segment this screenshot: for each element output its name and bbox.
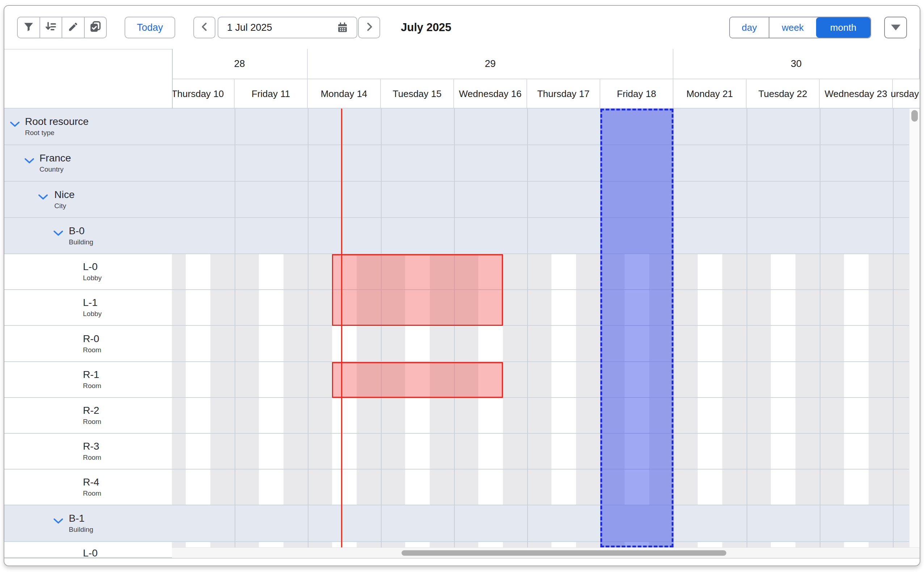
resource-name: B-0 xyxy=(69,225,93,237)
resource-type: Room xyxy=(83,452,101,462)
widget-bottom-border xyxy=(4,558,920,559)
timeline-row[interactable] xyxy=(172,218,920,254)
resource-row-r-1[interactable]: R-1Room xyxy=(4,362,172,398)
day-header-cell[interactable]: Thursday 10 xyxy=(172,79,235,109)
resource-row-r-2[interactable]: R-2Room xyxy=(4,398,172,434)
sort-button[interactable] xyxy=(39,17,62,38)
chevron-left-icon xyxy=(199,21,210,34)
tab-day[interactable]: day xyxy=(730,17,768,38)
timeline-row[interactable] xyxy=(172,254,920,290)
resource-row-l-0[interactable]: L-0Lobby xyxy=(4,254,172,290)
selected-time-range[interactable] xyxy=(600,109,674,547)
chevron-right-icon xyxy=(364,21,375,34)
vertical-scrollbar-thumb[interactable] xyxy=(912,110,918,122)
vertical-scrollbar[interactable] xyxy=(909,109,920,547)
prev-button[interactable] xyxy=(193,17,215,38)
resource-type: Country xyxy=(39,164,71,174)
tab-week[interactable]: week xyxy=(768,17,816,38)
week-header-cell: 28 xyxy=(172,49,308,79)
timeline-row[interactable] xyxy=(172,469,920,505)
resource-name: Root resource xyxy=(25,115,89,128)
resource-row-b-0[interactable]: B-0Building xyxy=(4,218,172,254)
calendar-icon[interactable] xyxy=(337,22,348,33)
chevron-down-icon[interactable] xyxy=(24,158,34,165)
resource-name: R-4 xyxy=(83,476,101,488)
resource-row-root-resource[interactable]: Root resourceRoot type xyxy=(4,109,172,145)
day-header-cell[interactable]: Monday 14 xyxy=(308,79,381,109)
day-header-cell[interactable]: Friday 11 xyxy=(235,79,308,109)
event-red-1[interactable] xyxy=(332,254,502,326)
timeline-row[interactable] xyxy=(172,109,920,145)
week-header-cell: 30 xyxy=(674,49,920,79)
timeline-row[interactable] xyxy=(172,398,920,434)
next-button[interactable] xyxy=(358,17,380,38)
day-header-cell[interactable]: Wednesday 16 xyxy=(454,79,527,109)
scheduler-app: Today 1 Jul 2025 July 2025 dayweekmonth xyxy=(0,0,924,572)
chevron-down-icon[interactable] xyxy=(53,518,63,526)
toolbar-icon-group xyxy=(17,17,107,38)
resource-name: Nice xyxy=(54,189,75,201)
day-column-line xyxy=(747,109,747,547)
date-input[interactable]: 1 Jul 2025 xyxy=(218,17,357,38)
horizontal-scrollbar[interactable] xyxy=(172,547,920,558)
day-column-line xyxy=(820,109,820,547)
chevron-down-icon[interactable] xyxy=(38,194,48,202)
day-column-line xyxy=(381,109,382,547)
chevron-down-icon[interactable] xyxy=(53,230,63,238)
sort-icon xyxy=(45,21,57,34)
filter-icon xyxy=(23,21,34,34)
timeline-row[interactable] xyxy=(172,542,920,547)
resource-type: Lobby xyxy=(83,309,102,319)
day-header-cell[interactable]: Wednesday 23 xyxy=(820,79,893,109)
resource-type: City xyxy=(54,201,75,211)
filter-button[interactable] xyxy=(18,17,39,38)
timeline-row[interactable] xyxy=(172,326,920,362)
day-header-cell[interactable]: ursday xyxy=(893,79,920,109)
timeline-row[interactable] xyxy=(172,362,920,398)
page-title: July 2025 xyxy=(401,17,451,38)
current-time-line xyxy=(341,109,342,547)
edit-button[interactable] xyxy=(62,17,84,38)
tab-month[interactable]: month xyxy=(816,17,870,38)
resource-type: Room xyxy=(83,381,101,391)
scheduler-card: Today 1 Jul 2025 July 2025 dayweekmonth xyxy=(4,5,920,566)
day-column-line xyxy=(308,109,308,547)
timeline-row[interactable] xyxy=(172,182,920,218)
multi-assign-button[interactable] xyxy=(84,17,106,38)
resource-name: L-0 xyxy=(83,547,97,558)
today-button[interactable]: Today xyxy=(124,17,175,38)
day-column-line xyxy=(527,109,528,547)
chevron-down-icon[interactable] xyxy=(10,121,20,129)
resource-type: Root type xyxy=(25,128,89,138)
timeline-row[interactable] xyxy=(172,434,920,469)
day-header-cell[interactable]: Friday 18 xyxy=(600,79,674,109)
resource-row-r-0[interactable]: R-0Room xyxy=(4,326,172,362)
resource-name: R-2 xyxy=(83,404,101,417)
week-header-cell: 29 xyxy=(308,49,674,79)
resource-row-r-3[interactable]: R-3Room xyxy=(4,434,172,469)
resource-type: Room xyxy=(83,417,101,426)
date-value: 1 Jul 2025 xyxy=(227,22,272,33)
resource-type: Building xyxy=(69,237,93,247)
day-column-line xyxy=(454,109,455,547)
horizontal-scrollbar-thumb[interactable] xyxy=(401,550,726,556)
resource-row-b-1[interactable]: B-1Building xyxy=(4,505,172,542)
resource-row-l-0[interactable]: L-0 xyxy=(4,542,172,558)
timeline-row[interactable] xyxy=(172,290,920,326)
day-header-cell[interactable]: Monday 21 xyxy=(674,79,747,109)
timeline-row[interactable] xyxy=(172,505,920,542)
timeline-body xyxy=(172,109,920,547)
resource-row-r-4[interactable]: R-4Room xyxy=(4,469,172,505)
day-header-cell[interactable]: Thursday 17 xyxy=(527,79,600,109)
dropdown-button[interactable] xyxy=(884,17,907,38)
event-red-2[interactable] xyxy=(332,362,502,398)
day-header-cell[interactable]: Tuesday 22 xyxy=(747,79,820,109)
resource-name: R-3 xyxy=(83,440,101,452)
resource-row-france[interactable]: FranceCountry xyxy=(4,145,172,182)
resource-row-nice[interactable]: NiceCity xyxy=(4,182,172,218)
day-header-cell[interactable]: Tuesday 15 xyxy=(381,79,454,109)
resource-type: Room xyxy=(83,345,101,355)
resource-row-l-1[interactable]: L-1Lobby xyxy=(4,290,172,326)
day-column-line xyxy=(674,109,674,547)
timeline-row[interactable] xyxy=(172,145,920,182)
